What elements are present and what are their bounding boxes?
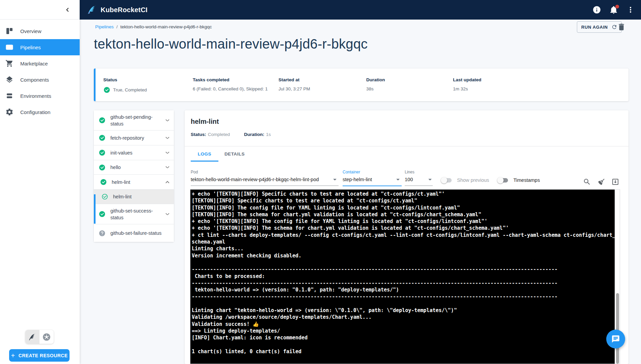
pipelines-icon <box>5 43 14 51</box>
log-line: [TEKTON][INFO] Specific charts to test a… <box>192 197 614 204</box>
summary-label: Duration <box>366 77 385 82</box>
pod-select-underline <box>191 186 339 186</box>
clear-logs-icon[interactable] <box>597 178 606 186</box>
check-circle-icon <box>99 117 106 124</box>
log-line <box>192 300 614 307</box>
trash-icon <box>617 23 626 31</box>
pod-select-label: Pod <box>191 170 198 174</box>
task-row-helm-lint[interactable]: helm-lint <box>94 175 174 190</box>
task-row-github-set-failure-status[interactable]: github-set-failure-status <box>94 224 174 242</box>
task-row-init-values[interactable]: init-values <box>94 145 174 160</box>
kuberocketci-logo-icon <box>87 5 97 15</box>
delete-button[interactable] <box>617 23 626 31</box>
task-name: hello <box>110 164 159 171</box>
toolkit-feather-button[interactable] <box>25 330 39 344</box>
check-circle-icon <box>99 211 106 218</box>
chat-fab-button[interactable] <box>606 330 625 348</box>
container-select[interactable]: step-helm-lint <box>343 177 372 182</box>
breadcrumb-pipelines-link[interactable]: Pipelines <box>95 24 114 29</box>
pipeline-summary-card: Status True, Completed Tasks completed 6… <box>94 68 629 101</box>
run-again-label: RUN AGAIN <box>581 25 608 30</box>
plus-icon: + <box>11 352 15 359</box>
tab-logs[interactable]: LOGS <box>191 146 218 161</box>
log-line <box>192 259 614 266</box>
chevron-down-icon[interactable] <box>164 117 171 124</box>
task-row-github-set-pending-status[interactable]: github-set-pending-status <box>94 110 174 131</box>
log-separator-line: ----------------------------------------… <box>192 266 614 273</box>
task-name: github-set-failure-status <box>110 230 166 236</box>
show-previous-label: Show previous <box>457 177 489 183</box>
cart-icon <box>5 59 14 67</box>
summary-value: 6 (Failed: 0, Cancelled 0), Skipped: 1 <box>193 86 268 91</box>
task-name: github-set-pending-status <box>110 114 159 127</box>
topbar: KubeRocketCI <box>80 0 641 20</box>
status-label: Status: <box>191 132 206 137</box>
dropdown-arrow-icon[interactable] <box>333 179 337 180</box>
expanded-task-marker <box>94 194 96 224</box>
chevron-up-icon[interactable] <box>164 178 171 186</box>
create-resource-button[interactable]: + CREATE RESOURCE <box>9 349 70 362</box>
timestamps-toggle[interactable] <box>499 178 508 183</box>
task-row-fetch-repository[interactable]: fetch-repository <box>94 131 174 145</box>
log-scrollbar-thumb[interactable] <box>616 293 619 364</box>
download-icon[interactable] <box>611 178 619 186</box>
pod-select[interactable]: tekton-hello-world-main-review-p4jd6-r-b… <box>191 177 319 182</box>
log-line <box>192 341 614 348</box>
sidebar-item-label: Components <box>20 77 49 83</box>
sidebar-item-marketplace[interactable]: Marketplace <box>0 55 80 72</box>
summary-label: Started at <box>278 77 299 82</box>
chevron-down-icon[interactable] <box>164 134 171 142</box>
show-previous-toggle[interactable] <box>442 178 452 183</box>
summary-value: 1m 32s <box>453 86 468 91</box>
sidebar-item-configuration[interactable]: Configuration <box>0 104 80 120</box>
active-tab-indicator <box>191 161 218 162</box>
check-circle-icon <box>103 86 110 93</box>
chevron-down-icon[interactable] <box>164 164 171 171</box>
tab-details[interactable]: DETAILS <box>218 146 251 161</box>
sidebar-item-label: Overview <box>20 28 42 34</box>
search-icon[interactable] <box>583 178 591 186</box>
sidebar-item-overview[interactable]: Overview <box>0 23 80 39</box>
app-window: Overview Pipelines Marketplace Component… <box>0 0 641 364</box>
toolkit-toggle-group <box>25 330 54 344</box>
summary-value: 38s <box>366 86 374 91</box>
duration-label: Duration: <box>244 132 264 137</box>
dropdown-arrow-icon[interactable] <box>428 179 432 180</box>
check-circle-icon <box>99 134 106 141</box>
log-line: ==> Linting deploy-templates/ <box>192 328 614 334</box>
notification-badge <box>615 5 619 8</box>
more-menu-icon[interactable] <box>626 5 635 14</box>
log-line: Linting charts... <box>192 245 614 252</box>
step-row-helm-lint[interactable]: helm-lint <box>94 190 174 204</box>
info-icon[interactable] <box>592 5 601 14</box>
toolkit-kubernetes-button[interactable] <box>39 330 54 344</box>
dropdown-arrow-icon[interactable] <box>396 179 400 180</box>
log-separator-line: ----------------------------------------… <box>192 280 614 286</box>
task-name: fetch-repository <box>110 135 159 141</box>
log-line: 1 chart(s) linted, 0 chart(s) failed <box>192 348 614 355</box>
task-row-hello[interactable]: hello <box>94 160 174 175</box>
sidebar-collapse-button[interactable] <box>63 6 72 14</box>
sidebar-item-pipelines[interactable]: Pipelines <box>0 39 80 55</box>
run-again-button[interactable]: RUN AGAIN <box>577 21 622 33</box>
help-circle-icon <box>99 230 106 237</box>
summary-label: Status <box>103 77 117 82</box>
log-line: + echo '[TEKTON][INFO] Specific charts t… <box>192 191 614 197</box>
create-resource-label: CREATE RESOURCE <box>19 353 68 358</box>
chevron-down-icon[interactable] <box>164 211 171 218</box>
sidebar-item-label: Pipelines <box>20 45 41 50</box>
sidebar-item-environments[interactable]: Environments <box>0 88 80 104</box>
log-line: Charts to be processed: <box>192 273 614 280</box>
duration-value: 1s <box>266 132 271 137</box>
sidebar-item-components[interactable]: Components <box>0 72 80 88</box>
tabs-divider <box>185 146 629 146</box>
notifications-icon[interactable] <box>609 5 618 14</box>
log-line: Validation success! 👍 <box>192 321 614 328</box>
log-line: Linting chart "tekton-hello-world => (ve… <box>192 307 614 314</box>
lines-select[interactable]: 100 <box>405 177 413 182</box>
chevron-down-icon[interactable] <box>164 149 171 157</box>
sidebar-header <box>0 0 80 20</box>
feather-icon <box>28 333 36 341</box>
task-row-github-set-success-status[interactable]: github-set-success-status <box>94 204 174 224</box>
task-detail-panel: helm-lint Status:Completed Duration:1s L… <box>185 110 629 364</box>
